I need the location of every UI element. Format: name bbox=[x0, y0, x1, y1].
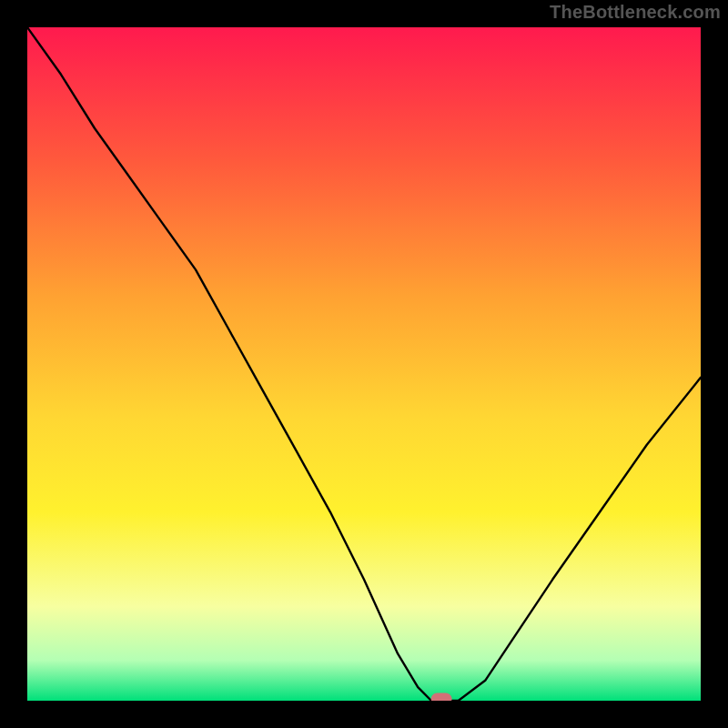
optimal-marker bbox=[431, 693, 451, 701]
chart-canvas: TheBottleneck.com bbox=[0, 0, 728, 728]
bottleneck-plot bbox=[27, 27, 701, 701]
watermark-text: TheBottleneck.com bbox=[550, 2, 721, 23]
gradient-background bbox=[27, 27, 701, 701]
